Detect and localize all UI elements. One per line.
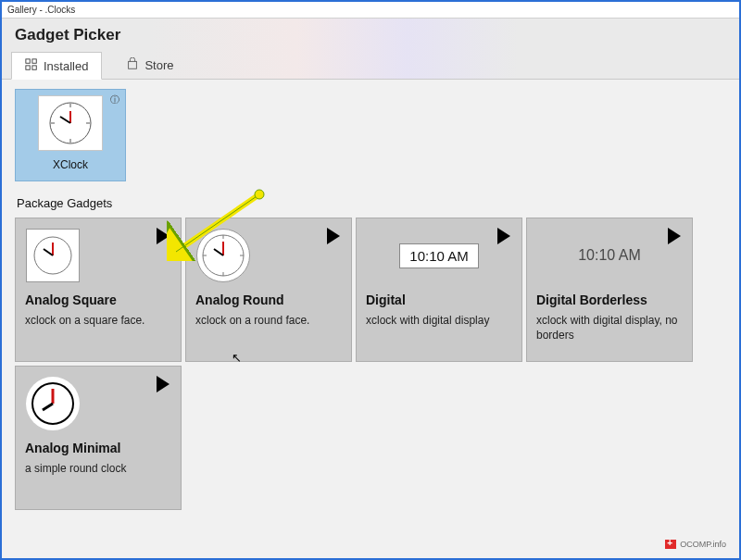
digital-borderless-icon: 10:10 AM <box>578 247 641 264</box>
gadget-card-digital-borderless[interactable]: 10:10 AM Digital Borderless xclock with … <box>526 218 693 362</box>
watermark-text: OCOMP.info <box>680 540 726 549</box>
gadget-desc: xclock on a square face. <box>25 313 171 328</box>
gadget-title: Digital Borderless <box>536 292 683 307</box>
gadget-title: Analog Round <box>195 292 342 307</box>
info-icon[interactable]: ⓘ <box>110 93 119 106</box>
header: Gadget Picker <box>2 19 739 52</box>
tab-label: Installed <box>44 59 88 73</box>
gadget-card-analog-square[interactable]: Analog Square xclock on a square face. <box>15 218 182 362</box>
gadget-title: Analog Minimal <box>25 441 171 455</box>
clock-square-icon <box>26 229 80 282</box>
installed-item-xclock[interactable]: ⓘ XClock <box>15 89 126 181</box>
play-icon[interactable] <box>157 228 170 244</box>
svg-rect-1 <box>32 58 36 62</box>
svg-rect-3 <box>32 65 36 68</box>
gadget-desc: xclock on a round face. <box>195 313 342 328</box>
gadget-grid: Analog Square xclock on a square face. A… <box>15 218 726 510</box>
installed-row: ⓘ XClock <box>15 89 726 181</box>
tab-store[interactable]: Store <box>113 51 186 79</box>
play-icon[interactable] <box>497 228 510 244</box>
gadget-desc: a simple round clock <box>25 461 171 476</box>
play-icon[interactable] <box>157 376 170 392</box>
grid-icon <box>25 58 38 74</box>
installed-thumb <box>38 95 103 151</box>
tabstrip: Installed Store <box>2 52 739 80</box>
gadget-thumb: 10:10 AM <box>366 228 512 283</box>
tab-installed[interactable]: Installed <box>11 52 102 80</box>
installed-label: XClock <box>53 158 88 171</box>
gadget-desc: xclock with digital display <box>366 313 512 328</box>
bag-icon <box>126 57 139 73</box>
window: Gallery - .Clocks Gadget Picker Installe… <box>0 0 741 560</box>
clock-icon <box>47 100 94 146</box>
play-icon[interactable] <box>327 228 340 244</box>
gadget-title: Analog Square <box>25 292 171 307</box>
section-title: Package Gadgets <box>17 196 726 210</box>
digital-clock-icon: 10:10 AM <box>399 243 478 268</box>
clock-round-icon <box>196 229 250 282</box>
tab-label: Store <box>144 58 173 72</box>
play-icon[interactable] <box>668 228 681 244</box>
clock-minimal-icon <box>26 377 80 430</box>
gadget-desc: xclock with digital display, no borders <box>536 313 683 342</box>
gadget-thumb <box>25 228 81 283</box>
gadget-card-analog-minimal[interactable]: Analog Minimal a simple round clock <box>15 366 182 510</box>
gadget-thumb <box>25 376 81 431</box>
svg-rect-0 <box>26 58 30 62</box>
flag-icon <box>665 540 676 549</box>
gadget-card-analog-round[interactable]: Analog Round xclock on a round face. <box>185 218 352 362</box>
window-titlebar: Gallery - .Clocks <box>2 2 739 19</box>
svg-rect-4 <box>129 61 137 68</box>
gadget-title: Digital <box>366 292 512 307</box>
watermark: OCOMP.info <box>665 540 726 549</box>
content-area: ⓘ XClock Package Gadgets <box>2 80 739 519</box>
page-title: Gadget Picker <box>15 26 120 44</box>
gadget-thumb <box>195 228 251 283</box>
gadget-thumb: 10:10 AM <box>536 228 683 283</box>
svg-rect-2 <box>26 65 30 68</box>
gadget-card-digital[interactable]: 10:10 AM Digital xclock with digital dis… <box>356 218 522 362</box>
window-title: Gallery - .Clocks <box>7 5 75 15</box>
